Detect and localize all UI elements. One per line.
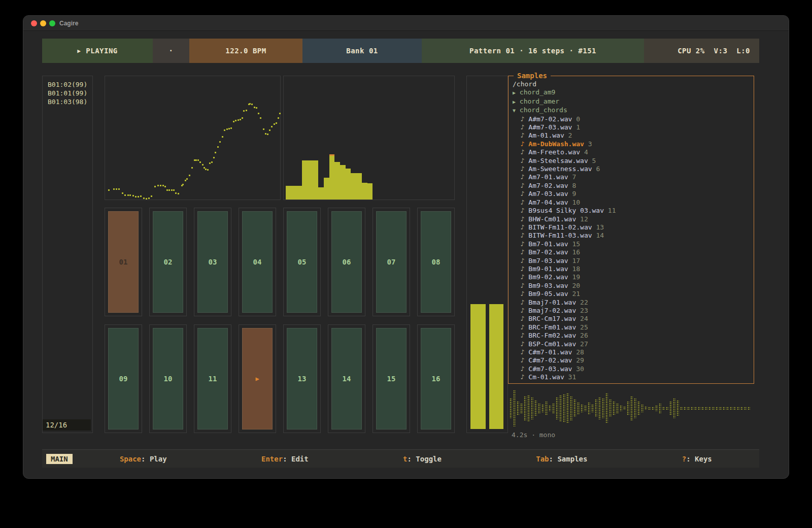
scatter-dot: [202, 164, 204, 166]
bank-display: Bank 01: [302, 39, 422, 63]
pad-13[interactable]: 13: [287, 328, 317, 430]
pad-cell: 06: [328, 208, 365, 316]
pad-playing[interactable]: ▶: [242, 328, 273, 430]
pad-01[interactable]: 01: [108, 211, 139, 313]
scatter-dot: [269, 129, 270, 131]
sample-file-row[interactable]: ♪ Am-Steelsaw.wav 5: [513, 157, 754, 165]
folder-row[interactable]: ▶ chord_am9: [513, 88, 754, 97]
pad-10[interactable]: 10: [153, 328, 183, 430]
waveform-column: [559, 395, 562, 421]
sample-file-row[interactable]: ♪ Am7-03.wav 9: [513, 190, 754, 198]
sample-file-row[interactable]: ♪ A#m7-03.wav 1: [513, 123, 754, 131]
samples-path: /chord: [513, 80, 754, 88]
sample-file-row[interactable]: ♪ Bm7-03.wav 17: [513, 257, 754, 265]
note-icon: ♪: [521, 373, 525, 381]
histogram-bar: [362, 183, 367, 200]
sample-file-row[interactable]: ♪ Bm9-05.wav 21: [513, 290, 754, 298]
sample-file-row[interactable]: ♪ BHW-Cm01.wav 12: [513, 215, 754, 223]
sample-file-row[interactable]: ♪ Bmaj7-01.wav 22: [513, 299, 754, 307]
pad-16[interactable]: 16: [421, 328, 451, 430]
sample-file-row[interactable]: ♪ A#m7-02.wav 0: [513, 115, 754, 123]
waveform-column: [680, 407, 683, 410]
sample-file-row[interactable]: ♪ Bm7-01.wav 15: [513, 240, 754, 248]
sample-file-row[interactable]: ♪ Am7-04.wav 10: [513, 199, 754, 207]
sample-file-row[interactable]: ♪ Bm9-03.wav 20: [513, 282, 754, 290]
note-icon: ♪: [521, 299, 525, 306]
sample-file-row[interactable]: ♪ Am-Sweetness.wav 6: [513, 165, 754, 173]
scatter-dot: [258, 113, 259, 114]
note-icon: ♪: [521, 215, 525, 223]
waveform-column: [716, 407, 718, 410]
sample-file-row[interactable]: ♪ Am-01.wav 2: [513, 131, 754, 140]
scatter-dot: [143, 197, 145, 199]
waveform-column: [591, 404, 594, 412]
pad-05[interactable]: 05: [287, 211, 317, 313]
scatter-dot: [113, 188, 115, 190]
sample-file-row[interactable]: ♪ C#m7-01.wav 28: [513, 348, 754, 356]
scatter-dot: [166, 189, 168, 191]
sample-file-row[interactable]: ♪ Bmaj7-02.wav 23: [513, 307, 754, 315]
sample-file-row[interactable]: ♪ Am-DubWash.wav 3: [513, 140, 754, 148]
sample-file-row[interactable]: ♪ BRC-Fm01.wav 25: [513, 323, 754, 332]
note-icon: ♪: [521, 190, 525, 197]
sample-file-row[interactable]: ♪ Bm7-02.wav 16: [513, 248, 754, 256]
sample-file-row[interactable]: ♪ Bm9-01.wav 18: [513, 265, 754, 273]
note-icon: ♪: [521, 332, 525, 339]
waveform-column: [669, 401, 672, 415]
pad-03[interactable]: 03: [197, 211, 228, 313]
scatter-dot: [235, 120, 236, 121]
pad-06[interactable]: 06: [331, 211, 362, 313]
samples-browser[interactable]: Samples /chord▶ chord_am9▶ chord_amer▼ c…: [508, 76, 754, 384]
level-histogram: [283, 76, 455, 200]
sample-file-row[interactable]: ♪ B9sus4 Silky 03.wav 11: [513, 207, 754, 215]
waveform-column: [595, 399, 597, 417]
note-icon: ♪: [521, 290, 525, 298]
play-icon: ▶: [77, 48, 81, 54]
note-icon: ♪: [521, 257, 525, 265]
folder-row[interactable]: ▼ chord_chords: [513, 106, 754, 115]
pad-14[interactable]: 14: [331, 328, 362, 430]
pad-09[interactable]: 09: [108, 328, 139, 430]
step-counter: 12/16: [43, 419, 91, 431]
waveform-column: [556, 397, 558, 419]
bpm-display: 122.0 BPM: [189, 39, 302, 63]
waveform-column: [527, 395, 530, 421]
mode-badge: MAIN: [46, 454, 73, 464]
pad-02[interactable]: 02: [153, 211, 183, 313]
sample-file-row[interactable]: ♪ BSP-Cm01.wav 27: [513, 340, 754, 348]
sample-file-row[interactable]: ♪ C#m7-02.wav 29: [513, 356, 754, 365]
sample-file-row[interactable]: ♪ Cm-01.wav 31: [513, 373, 754, 381]
folder-expanded-icon[interactable]: ▼: [513, 108, 516, 113]
sample-file-row[interactable]: ♪ Am-Freeto.wav 4: [513, 148, 754, 156]
waveform-column: [698, 407, 700, 410]
sample-file-row[interactable]: ♪ BITW-Fm11-03.wav 14: [513, 232, 754, 240]
sample-file-row[interactable]: ♪ Am7-02.wav 8: [513, 182, 754, 190]
histogram-bar: [340, 165, 346, 200]
pad-15[interactable]: 15: [376, 328, 407, 430]
folder-row[interactable]: ▶ chord_amer: [513, 97, 754, 106]
pad-08[interactable]: 08: [421, 211, 451, 313]
maximize-button[interactable]: [49, 20, 55, 26]
close-button[interactable]: [31, 20, 37, 26]
histogram-bar: [291, 186, 297, 200]
waveform-column: [545, 401, 548, 415]
sample-file-row[interactable]: ♪ Am7-01.wav 7: [513, 173, 754, 181]
waveform-column: [510, 398, 512, 418]
waveform-column: [598, 397, 601, 419]
pad-11[interactable]: 11: [197, 328, 228, 430]
sample-file-row[interactable]: ♪ C#m7-03.wav 30: [513, 365, 754, 373]
sample-file-row[interactable]: ♪ BITW-Fm11-02.wav 13: [513, 223, 754, 232]
scatter-dot: [118, 188, 120, 190]
note-icon: ♪: [521, 365, 525, 373]
transport-status: ▶PLAYING: [42, 39, 153, 63]
pad-07[interactable]: 07: [376, 211, 407, 313]
sample-file-row[interactable]: ♪ BRC-Cm17.wav 24: [513, 315, 754, 323]
pad-04[interactable]: 04: [242, 211, 273, 313]
folder-collapsed-icon[interactable]: ▶: [513, 90, 516, 95]
sample-file-row[interactable]: ♪ Bm9-02.wav 19: [513, 273, 754, 281]
scatter-dot: [175, 192, 177, 194]
minimize-button[interactable]: [40, 20, 46, 26]
sample-file-row[interactable]: ♪ BRC-Fm02.wav 26: [513, 332, 754, 340]
folder-collapsed-icon[interactable]: ▶: [513, 99, 516, 105]
titlebar: Cagire: [23, 16, 789, 31]
